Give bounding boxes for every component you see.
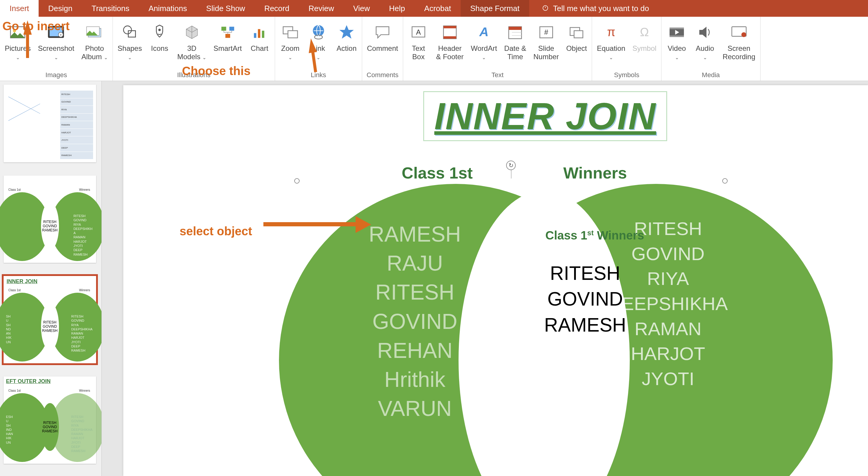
tab-insert[interactable]: Insert bbox=[0, 0, 39, 17]
smartart-button[interactable]: SmartArt bbox=[210, 19, 245, 69]
svg-rect-10 bbox=[128, 31, 135, 37]
wordart-icon: A bbox=[474, 21, 494, 44]
annotation-arrow-insert bbox=[23, 20, 32, 35]
equation-button[interactable]: π Equation⌄ bbox=[594, 19, 628, 69]
ribbon-group-comments: Comment Comments bbox=[362, 17, 403, 81]
text-box-icon: A bbox=[409, 21, 428, 44]
comment-icon bbox=[373, 21, 392, 44]
rotate-handle[interactable] bbox=[506, 161, 516, 170]
symbol-icon: Ω bbox=[635, 21, 654, 44]
zoom-icon bbox=[281, 21, 300, 44]
ribbon-group-label-images: Images bbox=[2, 69, 111, 79]
tab-design[interactable]: Design bbox=[39, 0, 82, 17]
svg-rect-25 bbox=[443, 26, 457, 28]
svg-point-11 bbox=[158, 29, 161, 31]
intersection-label: Class 1st Winners bbox=[545, 229, 644, 242]
shapes-icon bbox=[120, 21, 140, 44]
ribbon-group-label-media: Media bbox=[663, 69, 758, 79]
tab-slide-show[interactable]: Slide Show bbox=[197, 0, 255, 17]
ribbon-tab-strip: Insert Design Transitions Animations Sli… bbox=[0, 0, 868, 17]
smartart-icon bbox=[218, 21, 237, 44]
ribbon-group-text: A Text Box Header & Footer A WordArt⌄ Da… bbox=[403, 17, 592, 81]
resize-handle-tl[interactable] bbox=[294, 178, 300, 183]
object-icon bbox=[567, 21, 586, 44]
tab-view[interactable]: View bbox=[344, 0, 379, 17]
ribbon-group-label-comments: Comments bbox=[364, 69, 401, 79]
chart-button[interactable]: Chart bbox=[246, 19, 273, 69]
3d-models-button[interactable]: 3D Models ⌄ bbox=[174, 19, 209, 69]
slide-stage: select object INNER JOIN Class 1st Winne… bbox=[102, 81, 868, 476]
ribbon-group-links: Zoom⌄ Link⌄ Action Links bbox=[275, 17, 362, 81]
photo-album-button[interactable]: Photo Album ⌄ bbox=[79, 19, 111, 69]
icons-icon bbox=[150, 21, 169, 44]
thumb1-table: RITESHGOVINDRIYADEEPSHIKHARAMANHARJOTJYO… bbox=[60, 91, 93, 159]
3d-models-icon bbox=[182, 21, 202, 44]
ribbon-group-media: Video⌄ Audio⌄ Screen Recording Media bbox=[661, 17, 760, 81]
ribbon-group-label-symbols: Symbols bbox=[594, 69, 659, 79]
svg-text:Ω: Ω bbox=[640, 25, 649, 39]
object-button[interactable]: Object bbox=[563, 19, 590, 69]
audio-button[interactable]: Audio⌄ bbox=[691, 19, 718, 69]
svg-rect-13 bbox=[229, 27, 234, 31]
svg-text:A: A bbox=[479, 25, 489, 39]
slide-thumbnail-3[interactable]: INNER JOIN Class 1stWinners SH U SH ND A… bbox=[4, 276, 96, 363]
svg-rect-12 bbox=[221, 27, 226, 31]
tab-review[interactable]: Review bbox=[299, 0, 344, 17]
slide-thumbnail-panel: RITESHGOVINDRIYADEEPSHIKHARAMANHARJOTJYO… bbox=[0, 81, 102, 476]
annotation-choose-this: Choose this bbox=[182, 64, 250, 78]
text-box-button[interactable]: A Text Box bbox=[405, 19, 432, 69]
tab-help[interactable]: Help bbox=[379, 0, 414, 17]
icons-button[interactable]: Icons bbox=[146, 19, 173, 69]
svg-text:#: # bbox=[544, 28, 548, 36]
audio-icon bbox=[695, 21, 714, 44]
slide-title-box[interactable]: INNER JOIN bbox=[423, 91, 667, 141]
slide-thumbnail-2[interactable]: Class 1stWinners RITESH GOVIND RAMESH RI… bbox=[4, 175, 96, 263]
header-footer-button[interactable]: Header & Footer bbox=[433, 19, 467, 69]
tab-transitions[interactable]: Transitions bbox=[82, 0, 139, 17]
ribbon-group-label-text: Text bbox=[405, 69, 590, 79]
svg-rect-29 bbox=[509, 27, 522, 30]
svg-rect-40 bbox=[670, 36, 684, 37]
date-time-icon bbox=[505, 21, 525, 44]
svg-point-43 bbox=[741, 32, 746, 37]
svg-text:A: A bbox=[416, 28, 421, 36]
intersection-names: RITESH GOVIND RAMESH bbox=[544, 261, 626, 338]
left-circle-names: RAMESH RAJU RITESH GOVIND REHAN Hrithik … bbox=[369, 220, 461, 423]
slide-number-button[interactable]: # Slide Number bbox=[530, 19, 562, 69]
tab-shape-format[interactable]: Shape Format bbox=[461, 0, 529, 17]
svg-rect-26 bbox=[443, 36, 457, 39]
svg-text:+: + bbox=[60, 33, 62, 37]
wordart-button[interactable]: A WordArt⌄ bbox=[468, 19, 500, 69]
svg-rect-19 bbox=[288, 31, 298, 38]
action-button[interactable]: Action bbox=[333, 19, 360, 69]
zoom-button[interactable]: Zoom⌄ bbox=[277, 19, 304, 69]
tab-record[interactable]: Record bbox=[255, 0, 299, 17]
slide-thumbnail-1[interactable]: RITESHGOVINDRIYADEEPSHIKHARAMANHARJOTJYO… bbox=[4, 84, 96, 162]
symbol-button: Ω Symbol bbox=[629, 19, 659, 69]
svg-rect-39 bbox=[670, 28, 684, 29]
ribbon-group-label-links: Links bbox=[277, 69, 360, 79]
annotation-go-to-insert: Go to insert bbox=[2, 20, 69, 33]
action-icon bbox=[337, 21, 356, 44]
comment-button[interactable]: Comment bbox=[364, 19, 401, 69]
shapes-button[interactable]: Shapes⌄ bbox=[115, 19, 145, 69]
tab-animations[interactable]: Animations bbox=[139, 0, 197, 17]
date-time-button[interactable]: Date & Time bbox=[501, 19, 529, 69]
svg-rect-35 bbox=[574, 31, 583, 38]
resize-handle-tr[interactable] bbox=[722, 178, 727, 183]
video-button[interactable]: Video⌄ bbox=[663, 19, 690, 69]
tab-acrobat[interactable]: Acrobat bbox=[414, 0, 461, 17]
photo-album-icon bbox=[85, 21, 104, 44]
equation-icon: π bbox=[601, 21, 621, 44]
slide-thumbnail-4[interactable]: EFT OUTER JOIN Class 1stWinners ESH U SH… bbox=[4, 376, 96, 464]
video-icon bbox=[667, 21, 686, 44]
slide-canvas[interactable]: INNER JOIN Class 1st Winners Class 1s bbox=[123, 85, 868, 476]
tell-me-search[interactable]: Tell me what you want to do bbox=[529, 0, 649, 17]
svg-rect-16 bbox=[258, 29, 260, 38]
ribbon-insert: Pictures⌄ + Screenshot⌄ Photo Album ⌄ Im… bbox=[0, 17, 868, 81]
slide-number-icon: # bbox=[537, 21, 556, 44]
chart-icon bbox=[250, 21, 269, 44]
winners-label: Winners bbox=[563, 164, 627, 182]
header-footer-icon bbox=[440, 21, 460, 44]
screen-recording-button[interactable]: Screen Recording bbox=[719, 19, 758, 69]
